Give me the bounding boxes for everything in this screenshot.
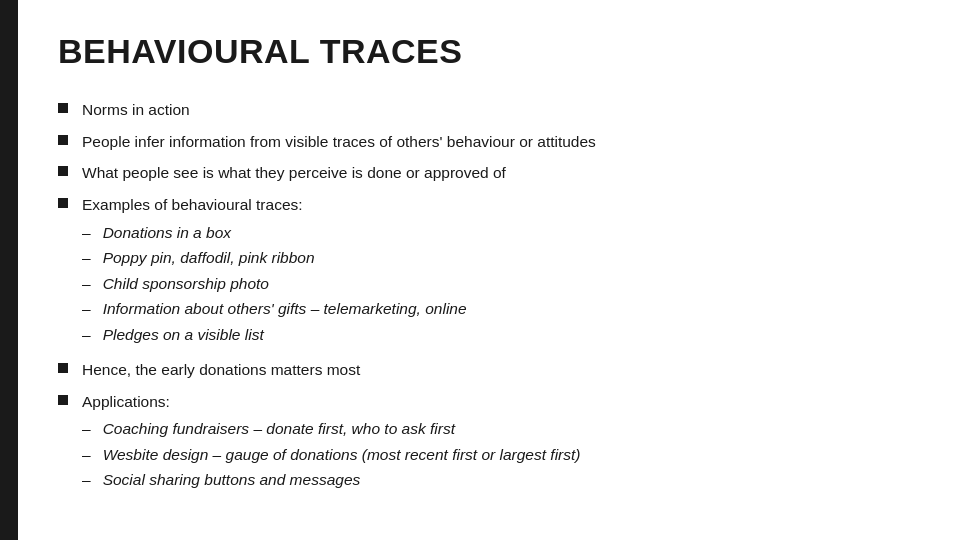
sub-item-text: Wesbite design – gauge of donations (mos… xyxy=(103,444,581,466)
list-item: Examples of behavioural traces: – Donati… xyxy=(58,194,912,349)
bullet-icon xyxy=(58,135,68,145)
list-item: – Information about others' gifts – tele… xyxy=(82,298,912,320)
dash-icon: – xyxy=(82,444,91,466)
list-item: Hence, the early donations matters most xyxy=(58,359,912,381)
bullet-text: Hence, the early donations matters most xyxy=(82,361,360,378)
content-area: BEHAVIOURAL TRACES Norms in action Peopl… xyxy=(18,0,960,540)
bullet-text: Examples of behavioural traces: xyxy=(82,196,303,213)
bullet-text: What people see is what they perceive is… xyxy=(82,164,506,181)
sub-item-text: Pledges on a visible list xyxy=(103,324,264,346)
list-item: – Pledges on a visible list xyxy=(82,324,912,346)
list-item: – Child sponsorship photo xyxy=(82,273,912,295)
slide-container: BEHAVIOURAL TRACES Norms in action Peopl… xyxy=(0,0,960,540)
slide-title: BEHAVIOURAL TRACES xyxy=(58,32,912,71)
bullet-text: Norms in action xyxy=(82,101,190,118)
bullet-icon xyxy=(58,103,68,113)
list-item: Applications: – Coaching fundraisers – d… xyxy=(58,391,912,495)
dash-icon: – xyxy=(82,247,91,269)
dash-icon: – xyxy=(82,324,91,346)
bullet-text: Applications: xyxy=(82,393,170,410)
list-item: People infer information from visible tr… xyxy=(58,131,912,153)
dash-icon: – xyxy=(82,222,91,244)
sub-list-examples: – Donations in a box – Poppy pin, daffod… xyxy=(82,222,912,346)
sub-item-text: Donations in a box xyxy=(103,222,231,244)
bullet-icon xyxy=(58,198,68,208)
bullet-icon xyxy=(58,395,68,405)
bullet-text: People infer information from visible tr… xyxy=(82,133,596,150)
sub-item-text: Poppy pin, daffodil, pink ribbon xyxy=(103,247,315,269)
sub-item-text: Child sponsorship photo xyxy=(103,273,269,295)
list-item: – Donations in a box xyxy=(82,222,912,244)
list-item: – Poppy pin, daffodil, pink ribbon xyxy=(82,247,912,269)
dash-icon: – xyxy=(82,298,91,320)
list-item: – Wesbite design – gauge of donations (m… xyxy=(82,444,912,466)
sub-item-text: Information about others' gifts – telema… xyxy=(103,298,467,320)
sub-item-text: Coaching fundraisers – donate first, who… xyxy=(103,418,455,440)
dash-icon: – xyxy=(82,273,91,295)
list-item: What people see is what they perceive is… xyxy=(58,162,912,184)
dash-icon: – xyxy=(82,469,91,491)
list-item: Norms in action xyxy=(58,99,912,121)
bullet-icon xyxy=(58,363,68,373)
sub-item-text: Social sharing buttons and messages xyxy=(103,469,361,491)
left-bar xyxy=(0,0,18,540)
dash-icon: – xyxy=(82,418,91,440)
bullet-icon xyxy=(58,166,68,176)
list-item: – Social sharing buttons and messages xyxy=(82,469,912,491)
sub-list-applications: – Coaching fundraisers – donate first, w… xyxy=(82,418,912,491)
main-bullet-list: Norms in action People infer information… xyxy=(58,99,912,495)
list-item: – Coaching fundraisers – donate first, w… xyxy=(82,418,912,440)
